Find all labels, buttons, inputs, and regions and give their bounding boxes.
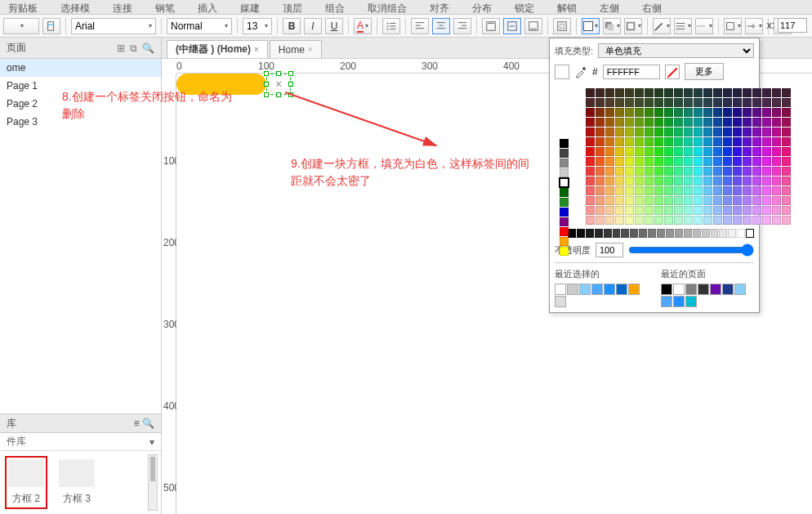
- color-swatch[interactable]: [664, 88, 673, 97]
- color-swatch[interactable]: [625, 177, 634, 185]
- valign-top-button[interactable]: [482, 18, 500, 34]
- color-swatch[interactable]: [674, 88, 683, 97]
- color-swatch[interactable]: [664, 186, 673, 195]
- color-swatch[interactable]: [772, 127, 781, 136]
- color-swatch[interactable]: [713, 206, 722, 215]
- color-swatch[interactable]: [703, 177, 712, 185]
- color-swatch[interactable]: [560, 159, 569, 168]
- menu-item[interactable]: 解锁: [557, 2, 577, 12]
- color-swatch[interactable]: [782, 196, 791, 205]
- color-swatch[interactable]: [728, 229, 736, 238]
- color-swatch[interactable]: [684, 229, 692, 238]
- valign-middle-button[interactable]: [503, 18, 521, 34]
- color-swatch[interactable]: [605, 177, 614, 185]
- color-swatch[interactable]: [694, 216, 703, 225]
- color-swatch[interactable]: [694, 177, 703, 185]
- color-swatch[interactable]: [762, 118, 771, 127]
- color-swatch[interactable]: [772, 186, 781, 195]
- color-swatch[interactable]: [645, 88, 654, 97]
- menu-item[interactable]: 钢笔: [155, 2, 175, 12]
- color-swatch[interactable]: [772, 88, 781, 97]
- menu-item[interactable]: 左侧: [600, 2, 619, 12]
- color-swatch[interactable]: [645, 98, 654, 107]
- color-swatch[interactable]: [737, 229, 745, 238]
- color-swatch[interactable]: [596, 118, 605, 127]
- color-swatch[interactable]: [713, 216, 722, 225]
- color-swatch[interactable]: [782, 127, 791, 136]
- color-swatch[interactable]: [625, 147, 634, 156]
- color-swatch[interactable]: [772, 177, 781, 185]
- color-swatch[interactable]: [733, 98, 742, 107]
- color-swatch[interactable]: [762, 108, 771, 117]
- add-page-icon[interactable]: ⊞: [117, 42, 125, 54]
- color-swatch[interactable]: [645, 157, 654, 166]
- color-swatch[interactable]: [654, 118, 663, 127]
- color-swatch[interactable]: [625, 118, 634, 127]
- color-swatch[interactable]: [694, 157, 703, 166]
- color-swatch[interactable]: [625, 216, 634, 225]
- more-colors-button[interactable]: 更多: [685, 63, 724, 80]
- color-swatch[interactable]: [596, 147, 605, 156]
- color-swatch[interactable]: [657, 229, 665, 238]
- color-swatch[interactable]: [645, 177, 654, 185]
- color-swatch[interactable]: [605, 206, 614, 215]
- color-swatch[interactable]: [713, 186, 722, 195]
- color-swatch[interactable]: [743, 177, 752, 185]
- color-swatch[interactable]: [762, 196, 771, 205]
- color-swatch[interactable]: [684, 88, 693, 97]
- color-swatch[interactable]: [625, 186, 634, 195]
- color-swatch[interactable]: [684, 108, 693, 117]
- color-swatch[interactable]: [684, 157, 693, 166]
- color-swatch[interactable]: [752, 216, 761, 225]
- library-scrollbar[interactable]: [148, 454, 158, 511]
- valign-bottom-button[interactable]: [524, 18, 542, 34]
- color-swatch[interactable]: [723, 196, 732, 205]
- color-swatch[interactable]: [684, 137, 693, 146]
- color-swatch[interactable]: [733, 167, 742, 176]
- border-width-button[interactable]: [674, 18, 692, 34]
- align-right-button[interactable]: [453, 18, 471, 34]
- color-swatch[interactable]: [713, 108, 722, 117]
- color-swatch[interactable]: [703, 147, 712, 156]
- color-swatch[interactable]: [743, 118, 752, 127]
- library-item[interactable]: 方框 3: [59, 459, 95, 506]
- tab-repeater-home[interactable]: (中继器 ) (Home)×: [167, 40, 268, 58]
- color-swatch[interactable]: [664, 157, 673, 166]
- grayscale-row[interactable]: [568, 229, 754, 238]
- color-swatch[interactable]: [743, 167, 752, 176]
- color-swatch[interactable]: [664, 118, 673, 127]
- color-swatch[interactable]: [752, 108, 761, 117]
- opacity-slider[interactable]: [628, 244, 754, 257]
- close-icon[interactable]: ×: [254, 45, 259, 54]
- color-swatch[interactable]: [782, 108, 791, 117]
- menu-item[interactable]: 剪贴板: [8, 2, 38, 12]
- color-swatch[interactable]: [616, 284, 627, 295]
- color-swatch[interactable]: [654, 206, 663, 215]
- color-swatch[interactable]: [586, 206, 595, 215]
- color-swatch[interactable]: [752, 167, 761, 176]
- color-swatch[interactable]: [782, 137, 791, 146]
- color-swatch[interactable]: [723, 118, 732, 127]
- color-swatch[interactable]: [743, 206, 752, 215]
- color-swatch[interactable]: [762, 137, 771, 146]
- color-swatch[interactable]: [772, 196, 781, 205]
- color-swatch[interactable]: [723, 127, 732, 136]
- tab-home[interactable]: Home×: [270, 40, 322, 58]
- color-swatch[interactable]: [684, 186, 693, 195]
- color-swatch[interactable]: [684, 98, 693, 107]
- line-arrow-button[interactable]: [745, 18, 763, 34]
- color-swatch[interactable]: [625, 196, 634, 205]
- color-swatch[interactable]: [596, 216, 605, 225]
- color-swatch[interactable]: [586, 216, 595, 225]
- color-swatch[interactable]: [674, 157, 683, 166]
- color-swatch[interactable]: [615, 88, 624, 97]
- color-swatch[interactable]: [684, 127, 693, 136]
- color-swatch[interactable]: [664, 216, 673, 225]
- color-swatch[interactable]: [654, 177, 663, 185]
- color-swatch[interactable]: [560, 247, 569, 256]
- color-swatch[interactable]: [723, 147, 732, 156]
- color-swatch[interactable]: [703, 137, 712, 146]
- color-swatch[interactable]: [752, 196, 761, 205]
- color-swatch[interactable]: [752, 118, 761, 127]
- color-swatch[interactable]: [555, 284, 566, 295]
